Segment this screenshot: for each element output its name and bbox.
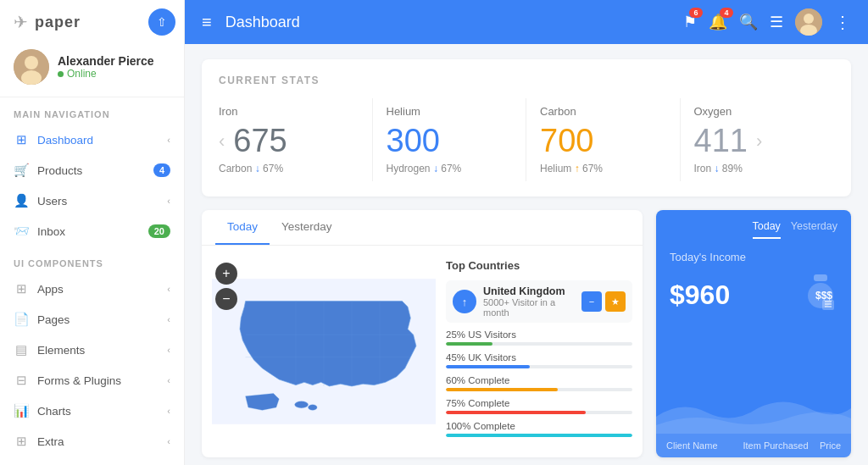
- progress-label: 75% Complete: [446, 398, 632, 408]
- chevron-icon: ‹: [167, 436, 170, 446]
- progress-item: 25% US Visitors: [446, 329, 632, 346]
- flag-badge: 6: [689, 8, 703, 18]
- map-tabs: Today Yesterday: [202, 210, 643, 246]
- sidebar-item-pages[interactable]: 📄 Pages ‹: [0, 304, 184, 335]
- inbox-icon: 📨: [14, 224, 29, 239]
- sidebar-item-dashboard[interactable]: ⊞ Dashboard ‹: [0, 125, 184, 155]
- progress-label: 25% US Visitors: [446, 329, 632, 340]
- tab-today[interactable]: Today: [215, 210, 270, 245]
- user-status: Online: [58, 68, 154, 80]
- country-sub: 5000+ Visitor in a month: [483, 297, 575, 318]
- next-arrow-icon[interactable]: ›: [756, 130, 762, 152]
- income-tab-yesterday[interactable]: Yesterday: [791, 220, 837, 239]
- elements-icon: ▤: [14, 342, 29, 357]
- progress-item: 75% Complete: [446, 398, 632, 414]
- sidebar-item-apps[interactable]: ⊞ Apps ‹: [0, 274, 184, 304]
- stat-helium: Helium 300 Hydrogen ↓ 67%: [373, 98, 527, 181]
- logo-plane-icon: ✈: [14, 12, 28, 32]
- sidebar-item-users[interactable]: 👤 Users ‹: [0, 185, 184, 216]
- list-button[interactable]: ☰: [770, 13, 783, 31]
- stat-sub: Helium ↑ 67%: [540, 163, 666, 174]
- country-actions: − ★: [581, 291, 626, 312]
- sidebar-item-forms[interactable]: ⊟ Forms & Plugins ‹: [0, 365, 184, 396]
- country-name: United Kingdom: [483, 285, 575, 297]
- zoom-controls: + −: [215, 263, 237, 310]
- featured-country-item: ↑ United Kingdom 5000+ Visitor in a mont…: [446, 280, 632, 323]
- countries-title: Top Countries: [446, 259, 632, 272]
- share-button[interactable]: ⇧: [148, 8, 175, 36]
- flag-notification[interactable]: ⚑ 6: [683, 13, 697, 31]
- products-badge: 4: [153, 163, 170, 177]
- stat-sub: Carbon ↓ 67%: [219, 163, 359, 174]
- income-money-icon: $$$: [804, 270, 837, 319]
- income-card: Today Yesterday Today's Income $960 $$$: [656, 210, 851, 457]
- progress-label: 100% Complete: [446, 421, 632, 431]
- progress-item: 100% Complete: [446, 421, 632, 437]
- progress-bar: [446, 388, 632, 391]
- us-map: [212, 256, 436, 447]
- income-tab-today[interactable]: Today: [753, 220, 781, 239]
- stat-value: 675: [233, 123, 287, 159]
- svg-rect-15: [814, 274, 827, 281]
- sidebar-item-label: Forms & Plugins: [37, 374, 159, 387]
- menu-icon[interactable]: ≡: [202, 13, 212, 32]
- svg-point-14: [309, 405, 318, 411]
- sidebar-item-label: Products: [37, 164, 145, 177]
- forms-icon: ⊟: [14, 373, 29, 388]
- chevron-icon: ‹: [167, 135, 170, 145]
- sidebar-item-label: Inbox: [37, 225, 140, 238]
- extra-icon: ⊞: [14, 434, 29, 449]
- zoom-in-button[interactable]: +: [215, 263, 237, 285]
- chevron-icon: ‹: [167, 406, 170, 416]
- stat-name: Carbon: [540, 105, 666, 118]
- tab-yesterday[interactable]: Yesterday: [270, 210, 344, 245]
- progress-fill: [446, 365, 530, 368]
- sidebar-item-elements[interactable]: ▤ Elements ‹: [0, 335, 184, 365]
- stat-value: 300: [387, 123, 440, 159]
- stat-name: Oxygen: [694, 105, 835, 118]
- products-icon: 🛒: [14, 163, 29, 178]
- chevron-icon: ‹: [167, 345, 170, 355]
- user-profile: Alexander Pierce Online: [0, 41, 184, 97]
- stat-sub: Iron ↓ 89%: [694, 163, 835, 174]
- svg-text:$$$: $$$: [815, 290, 832, 302]
- col-item: Item Purchased: [743, 440, 812, 451]
- bell-badge: 4: [720, 8, 733, 18]
- map-container: + −: [212, 256, 436, 447]
- map-card: Today Yesterday + −: [202, 210, 643, 457]
- progress-fill: [446, 411, 586, 414]
- sidebar-item-charts[interactable]: 📊 Charts ‹: [0, 396, 184, 426]
- sidebar-item-label: Elements: [37, 344, 159, 357]
- header-icons: ⚑ 6 🔔 4 🔍 ☰ ⋮: [683, 8, 851, 36]
- charts-icon: 📊: [14, 403, 29, 418]
- sidebar-item-label: Extra: [37, 435, 159, 448]
- country-action-star[interactable]: ★: [605, 291, 626, 312]
- apps-icon: ⊞: [14, 281, 29, 296]
- country-icon: ↑: [453, 290, 476, 313]
- logo-text: paper: [35, 14, 81, 31]
- income-body: Today's Income $960 $$$: [656, 239, 851, 383]
- income-value: $960: [670, 280, 730, 311]
- chevron-icon: ‹: [167, 375, 170, 385]
- header-avatar[interactable]: [795, 8, 822, 36]
- search-button[interactable]: 🔍: [739, 13, 758, 31]
- sidebar-item-extra[interactable]: ⊞ Extra ‹: [0, 426, 184, 457]
- stat-sub: Hydrogen ↓ 67%: [387, 163, 513, 174]
- user-name: Alexander Pierce: [58, 54, 154, 68]
- income-tabs: Today Yesterday: [656, 210, 851, 239]
- sidebar-item-inbox[interactable]: 📨 Inbox 20: [0, 216, 184, 246]
- more-options-icon[interactable]: ⋮: [834, 12, 851, 32]
- list-icon: ☰: [770, 14, 783, 30]
- prev-arrow-icon[interactable]: ‹: [219, 130, 225, 152]
- progress-fill: [446, 342, 492, 346]
- header: ≡ Dashboard ⚑ 6 🔔 4 🔍 ☰: [185, 0, 868, 44]
- avatar: [14, 49, 49, 85]
- zoom-out-button[interactable]: −: [215, 288, 237, 310]
- sidebar: ✈ paper ⇧ Alexander Pierce Online MAIN N…: [0, 0, 185, 465]
- stats-card: CURRENT STATS Iron ‹ 675 Carbon ↓ 67% He…: [202, 59, 851, 197]
- sidebar-item-products[interactable]: 🛒 Products 4: [0, 155, 184, 185]
- sidebar-item-label: Dashboard: [37, 134, 159, 147]
- bell-notification[interactable]: 🔔 4: [709, 13, 727, 31]
- country-action-minus[interactable]: −: [581, 291, 602, 312]
- col-price: Price: [820, 440, 841, 451]
